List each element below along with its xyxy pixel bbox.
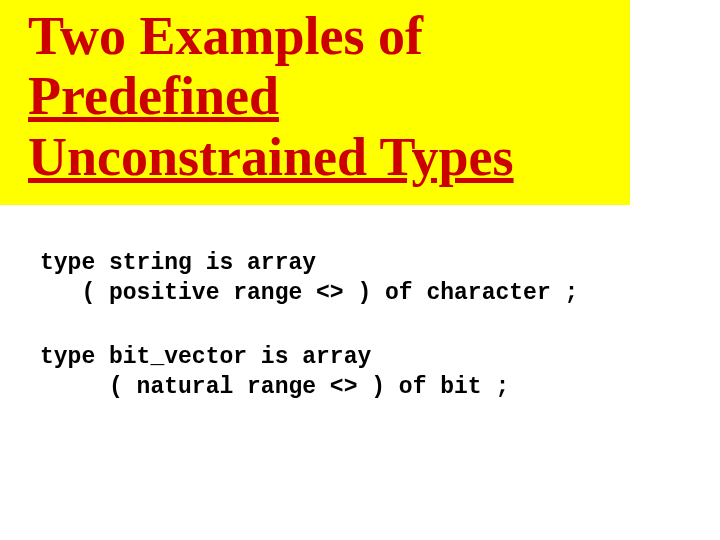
title-part1: Two Examples of [28, 6, 423, 66]
slide: Two Examples of Predefined Unconstrained… [0, 0, 720, 540]
title-block: Two Examples of Predefined Unconstrained… [0, 0, 630, 205]
content-area: type string is array ( positive range <>… [0, 205, 720, 403]
code-line: type string is array [40, 250, 316, 276]
title-underlined: Predefined [28, 66, 279, 126]
title-part2: Unconstrained Types [28, 127, 514, 187]
code-line: ( positive range <> ) of character ; [40, 280, 578, 306]
slide-title: Two Examples of Predefined Unconstrained… [28, 6, 602, 187]
code-block-1: type string is array ( positive range <>… [40, 249, 680, 309]
code-line: ( natural range <> ) of bit ; [40, 374, 509, 400]
code-line: type bit_vector is array [40, 344, 371, 370]
code-block-2: type bit_vector is array ( natural range… [40, 343, 680, 403]
